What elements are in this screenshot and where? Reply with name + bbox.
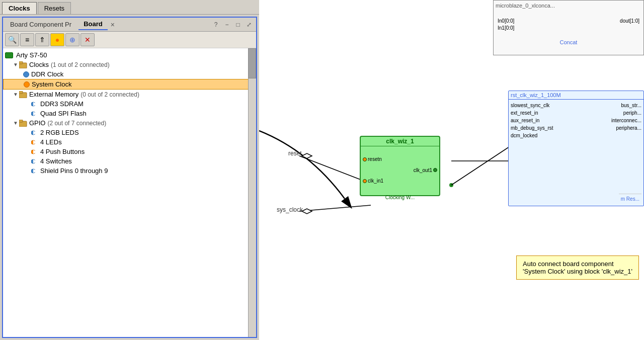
leds-item[interactable]: 4 LEDs — [3, 137, 256, 147]
svg-marker-22 — [302, 153, 312, 158]
rst-block-title: rst_clk_wiz_1_100M — [509, 91, 643, 100]
search-icon: 🔍 — [8, 36, 17, 44]
mb-debug-label: mb_debug_sys_rst — [511, 125, 553, 131]
system-clock-label: System Clock — [32, 80, 71, 88]
aux-reset-right: interconnec... — [611, 118, 641, 123]
svg-marker-19 — [33, 169, 37, 173]
push-buttons-label: 4 Push Buttons — [40, 148, 85, 155]
mb-title: microblaze_0_xlconca... — [494, 1, 643, 11]
quad-spi-item[interactable]: Quad SPI Flash — [3, 109, 256, 118]
tooltip-line1: Auto connect board component — [523, 260, 632, 268]
mb-in0-label: In0[0:0] — [498, 18, 514, 24]
gpio-group-item[interactable]: ▼ GPIO (2 out of 7 connected) — [3, 118, 256, 128]
leds-icon — [31, 139, 38, 145]
leds-label: 4 LEDs — [40, 138, 62, 146]
ddr3-sdram-item[interactable]: DDR3 SDRAM — [3, 99, 256, 109]
mb-debug-right: periphera... — [616, 125, 641, 131]
mb-block[interactable]: microblaze_0_xlconca... In0[0:0] In1[0:0… — [493, 0, 644, 55]
svg-rect-3 — [19, 91, 23, 94]
system-clock-icon — [24, 81, 30, 88]
remove-button[interactable]: ✕ — [80, 33, 95, 46]
ddr-clock-item[interactable]: DDR Clock — [3, 69, 256, 79]
ddr3-icon — [31, 101, 38, 107]
tooltip-line2: 'System Clock' using block 'clk_wiz_1' — [523, 268, 632, 275]
remove-icon: ✕ — [85, 36, 91, 44]
svg-rect-1 — [19, 61, 23, 64]
add-button[interactable]: ⊕ — [65, 33, 79, 46]
highlight-icon: ● — [55, 36, 59, 44]
canvas-area: reset sys_clock clk_wiz_1 resetn clk_in1… — [259, 0, 644, 340]
clocking-label: Clocking W... — [361, 194, 439, 201]
panel-titlebar: Board Component Pr Board × ? − □ ⤢ — [3, 18, 256, 32]
ext-reset-label: ext_reset_in — [511, 110, 538, 116]
svg-line-21 — [299, 205, 371, 211]
switches-item[interactable]: 4 Switches — [3, 156, 256, 166]
svg-marker-7 — [33, 112, 37, 116]
clocks-group-item[interactable]: ▼ Clocks (1 out of 2 connected) — [3, 60, 256, 69]
spi-icon — [31, 111, 38, 117]
aux-reset-row: aux_reset_in interconnec... — [511, 117, 641, 124]
clk-ports-left: resetn clk_in1 — [363, 148, 383, 192]
resetn-dot — [363, 157, 367, 161]
mb-debug-row: mb_debug_sys_rst periphera... — [511, 124, 641, 132]
panel-minimize-button[interactable]: − — [222, 20, 232, 30]
panel-maximize-button[interactable]: □ — [233, 20, 243, 30]
rgb-leds-item[interactable]: 2 RGB LEDS — [3, 128, 256, 137]
panel-help-button[interactable]: ? — [211, 20, 221, 30]
ext-reset-row: ext_reset_in periph... — [511, 109, 641, 117]
svg-marker-11 — [33, 131, 37, 135]
panel-close-button[interactable]: × — [111, 21, 115, 29]
scrollbar-track[interactable] — [248, 48, 256, 337]
panel-tab-component[interactable]: Board Component Pr — [5, 19, 76, 30]
rgb-leds-label: 2 RGB LEDS — [40, 129, 79, 136]
resetn-label: resetn — [368, 156, 382, 162]
slowest-sync-label: slowest_sync_clk — [511, 103, 549, 108]
shield-pins-item[interactable]: Shield Pins 0 through 9 — [3, 166, 256, 176]
dcm-locked-row: dcm_locked — [511, 132, 641, 139]
clk-out1-dot — [433, 168, 437, 172]
switches-label: 4 Switches — [40, 157, 72, 165]
board-icon — [5, 52, 13, 58]
collapse-all-button[interactable]: ≡ — [20, 33, 34, 46]
rst-ports: slowest_sync_clk bus_str... ext_reset_in… — [509, 100, 643, 141]
ddr3-label: DDR3 SDRAM — [40, 100, 84, 108]
resetn-port: resetn — [363, 156, 383, 162]
expand-all-button[interactable]: ⇑ — [35, 33, 49, 46]
sys-clock-label: sys_clock — [277, 206, 303, 213]
spi-label: Quad SPI Flash — [40, 110, 87, 117]
gpio-status: (2 out of 7 connected) — [47, 120, 106, 127]
panel-tab-board[interactable]: Board — [78, 19, 108, 30]
tab-resets[interactable]: Resets — [38, 2, 71, 14]
folder-gpio-icon — [19, 120, 27, 127]
reset-label: reset — [288, 150, 302, 157]
gpio-label: GPIO — [29, 119, 46, 127]
clk-wiz-title: clk_wiz_1 — [361, 137, 439, 146]
push-buttons-icon — [31, 149, 38, 155]
aux-reset-label: aux_reset_in — [511, 118, 539, 123]
clk-in1-port: clk_in1 — [363, 178, 383, 184]
svg-marker-17 — [33, 159, 37, 163]
svg-marker-23 — [302, 209, 312, 214]
top-tab-bar: Clocks Resets — [0, 0, 259, 15]
external-memory-group-item[interactable]: ▼ External Memory (0 out of 2 connected) — [3, 90, 256, 99]
panel-float-button[interactable]: ⤢ — [244, 20, 254, 30]
concat-label: Concat — [494, 39, 643, 45]
folder-extmem-icon — [19, 91, 27, 98]
clk-wiz-block[interactable]: clk_wiz_1 resetn clk_in1 clk_out1 Clocki… — [360, 136, 440, 196]
board-name: Arty S7-50 — [16, 51, 47, 59]
highlight-button[interactable]: ● — [50, 33, 64, 46]
board-root-item[interactable]: Arty S7-50 — [3, 50, 256, 60]
svg-marker-5 — [33, 102, 37, 106]
tab-clocks[interactable]: Clocks — [2, 2, 37, 14]
search-button[interactable]: 🔍 — [5, 33, 19, 46]
svg-marker-15 — [33, 150, 37, 154]
mb-in1-label: In1[0:0] — [498, 25, 514, 31]
system-clock-item[interactable]: System Clock — [3, 79, 256, 90]
rst-reset-link[interactable]: m Res... — [619, 194, 641, 204]
gpio-arrow: ▼ — [13, 120, 18, 126]
scrollbar-thumb[interactable] — [248, 48, 256, 78]
rst-clk-block[interactable]: rst_clk_wiz_1_100M slowest_sync_clk bus_… — [508, 91, 644, 206]
svg-line-25 — [451, 146, 511, 185]
left-panel: Clocks Resets Board Component Pr Board ×… — [0, 0, 259, 340]
push-buttons-item[interactable]: 4 Push Buttons — [3, 147, 256, 156]
